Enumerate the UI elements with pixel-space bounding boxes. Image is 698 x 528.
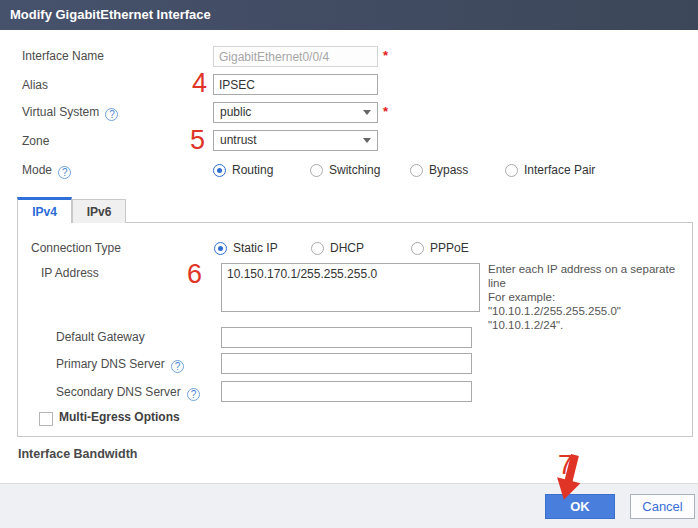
- virtual-system-required-marker: *: [383, 104, 388, 119]
- hint-line-3: "10.10.1.2/255.255.255.0": [488, 304, 688, 318]
- annotation-step-4: 4: [192, 70, 207, 97]
- radio-unselected-icon: [411, 242, 424, 255]
- ok-button[interactable]: OK: [545, 494, 615, 519]
- interface-name-label: Interface Name: [22, 46, 104, 66]
- ip-address-textarea[interactable]: 10.150.170.1/255.255.255.0: [221, 263, 480, 312]
- hint-line-1: Enter each IP address on a separate line: [488, 262, 688, 290]
- tab-ipv4[interactable]: IPv4: [17, 197, 72, 223]
- radio-selected-icon: [214, 242, 227, 255]
- mode-radio-bypass-label: Bypass: [429, 163, 468, 177]
- mode-help-icon[interactable]: ?: [58, 166, 71, 179]
- connection-type-dhcp-label: DHCP: [330, 241, 364, 255]
- radio-unselected-icon: [410, 164, 423, 177]
- interface-name-required-marker: *: [383, 48, 388, 63]
- mode-radio-switching[interactable]: Switching: [310, 160, 380, 180]
- connection-type-label: Connection Type: [31, 238, 121, 258]
- primary-dns-input[interactable]: [221, 353, 472, 374]
- hint-line-4: "10.10.1.2/24".: [488, 318, 688, 332]
- ipv4-panel: Connection Type Static IP DHCP PPPoE IP …: [17, 222, 693, 437]
- annotation-step-5: 5: [190, 127, 205, 154]
- multi-egress-checkbox[interactable]: [39, 412, 53, 426]
- annotation-step-6: 6: [187, 261, 202, 288]
- radio-unselected-icon: [311, 242, 324, 255]
- primary-dns-help-icon[interactable]: ?: [171, 360, 184, 373]
- multi-egress-label[interactable]: Multi-Egress Options: [59, 410, 180, 424]
- interface-name-input: [213, 46, 378, 67]
- virtual-system-help-icon[interactable]: ?: [105, 108, 118, 121]
- ip-address-label: IP Address: [41, 263, 99, 283]
- secondary-dns-help-icon[interactable]: ?: [187, 388, 200, 401]
- dialog-title: Modify GigabitEthernet Interface: [0, 0, 698, 30]
- annotation-step-7: 7: [558, 452, 573, 479]
- zone-select[interactable]: untrust: [213, 130, 378, 151]
- virtual-system-select[interactable]: public: [213, 102, 378, 123]
- secondary-dns-input[interactable]: [221, 381, 472, 402]
- virtual-system-label-text: Virtual System: [22, 105, 99, 119]
- ip-address-hint: Enter each IP address on a separate line…: [488, 262, 688, 332]
- default-gateway-input[interactable]: [221, 327, 472, 348]
- connection-type-static-ip-label: Static IP: [233, 241, 278, 255]
- mode-radio-interface-pair-label: Interface Pair: [524, 163, 595, 177]
- tab-ipv6[interactable]: IPv6: [72, 199, 126, 223]
- mode-radio-bypass[interactable]: Bypass: [410, 160, 468, 180]
- radio-unselected-icon: [310, 164, 323, 177]
- primary-dns-label-text: Primary DNS Server: [56, 357, 165, 371]
- secondary-dns-label-text: Secondary DNS Server: [56, 385, 181, 399]
- alias-input[interactable]: [213, 74, 378, 95]
- interface-bandwidth-section-title: Interface Bandwidth: [18, 447, 137, 461]
- default-gateway-label: Default Gateway: [56, 327, 145, 347]
- hint-line-2: For example:: [488, 290, 688, 304]
- mode-label-text: Mode: [22, 163, 52, 177]
- connection-type-radio-pppoe[interactable]: PPPoE: [411, 238, 469, 258]
- virtual-system-label: Virtual System ?: [22, 102, 118, 122]
- connection-type-pppoe-label: PPPoE: [430, 241, 469, 255]
- mode-radio-routing[interactable]: Routing: [213, 160, 273, 180]
- zone-selected-value: untrust: [220, 133, 257, 147]
- virtual-system-selected-value: public: [220, 105, 251, 119]
- primary-dns-label: Primary DNS Server ?: [56, 354, 184, 374]
- radio-selected-icon: [213, 164, 226, 177]
- alias-label: Alias: [22, 75, 48, 95]
- mode-radio-interface-pair[interactable]: Interface Pair: [505, 160, 595, 180]
- mode-label: Mode ?: [22, 160, 71, 180]
- connection-type-radio-dhcp[interactable]: DHCP: [311, 238, 364, 258]
- modify-interface-dialog: Modify GigabitEthernet Interface Interfa…: [0, 0, 698, 528]
- cancel-button[interactable]: Cancel: [630, 494, 695, 519]
- zone-label: Zone: [22, 131, 49, 151]
- mode-radio-switching-label: Switching: [329, 163, 380, 177]
- radio-unselected-icon: [505, 164, 518, 177]
- connection-type-radio-static-ip[interactable]: Static IP: [214, 238, 278, 258]
- secondary-dns-label: Secondary DNS Server ?: [56, 382, 200, 402]
- chevron-down-icon: [363, 138, 371, 143]
- chevron-down-icon: [363, 110, 371, 115]
- mode-radio-routing-label: Routing: [232, 163, 273, 177]
